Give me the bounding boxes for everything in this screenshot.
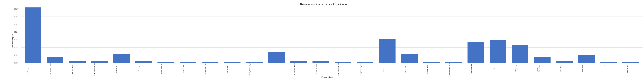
- bar: [91, 61, 108, 63]
- bar: [224, 62, 240, 63]
- bar-x-label: fractal_dimension_worst: [328, 63, 350, 75]
- y-tick-label: 0.0125: [14, 24, 18, 25]
- bar: [379, 39, 396, 63]
- bar-group: [509, 8, 531, 63]
- bar-group: [398, 8, 420, 63]
- bar-x-label: texture_worst: [261, 63, 283, 75]
- bar-group: [66, 8, 88, 63]
- bar-x-label: compactness_mean: [438, 63, 461, 75]
- bar-group: [243, 8, 266, 63]
- y-tick-label: 0.0075: [14, 39, 18, 41]
- bar-x-label: concave points_se: [194, 63, 216, 75]
- bar-x-label: concave points_worst: [505, 63, 527, 75]
- y-tick-label: 0.0175: [14, 8, 18, 10]
- bar-x-label: area_se: [372, 63, 394, 75]
- bar-group: [88, 8, 110, 63]
- bar-group: [354, 8, 376, 63]
- bar: [47, 57, 64, 63]
- bar: [25, 8, 41, 63]
- bar: [556, 61, 572, 63]
- bar-group: [155, 8, 177, 63]
- y-tick-label: 0.0050: [14, 47, 18, 48]
- bar-group: [133, 8, 155, 63]
- bar: [468, 42, 484, 63]
- bar: [158, 62, 174, 63]
- bar-x-label: concavity_mean: [483, 63, 505, 75]
- bar-x-label: symmetry_se: [216, 63, 238, 75]
- bar-x-label: fractal_dimension_mean: [83, 63, 106, 75]
- bar: [600, 62, 617, 63]
- bar-x-label: radius_mean: [616, 63, 638, 75]
- y-tick-label: 0.0150: [14, 16, 18, 18]
- bar-x-label: area_mean: [394, 63, 416, 75]
- bars-wrapper: [21, 8, 642, 63]
- chart-area: 0.00000.00250.00500.00750.01000.01250.01…: [21, 8, 642, 63]
- bar: [445, 62, 462, 63]
- bar: [246, 62, 262, 63]
- bar-x-label: radius_worst: [594, 63, 616, 75]
- bar-x-label: concavity_se: [172, 63, 194, 75]
- bar: [534, 57, 550, 63]
- bar-group: [288, 8, 310, 63]
- bar-x-label: texture_se: [106, 63, 128, 75]
- bar-x-label: symmetry_worst: [305, 63, 328, 75]
- bar-x-label: concavity_worst: [460, 63, 483, 75]
- bar: [578, 55, 595, 63]
- bar-group: [465, 8, 487, 63]
- bar-group: [575, 8, 598, 63]
- bar-group: [620, 8, 642, 63]
- chart-title: Features and their accuracy impact in %: [9, 3, 638, 6]
- bar-group: [110, 8, 133, 63]
- bar: [69, 61, 86, 63]
- bar: [136, 61, 152, 63]
- bar-group: [376, 8, 398, 63]
- bar: [113, 54, 130, 63]
- chart-container: Features and their accuracy impact in % …: [0, 0, 644, 80]
- bar-x-label: smoothness_worst: [283, 63, 305, 75]
- x-axis-label: Feature Name: [321, 76, 334, 78]
- y-tick-label: 0.0025: [14, 54, 18, 56]
- bar-x-label: smoothness_mean: [39, 63, 61, 75]
- bar-group: [531, 8, 553, 63]
- bar-x-label: perimeter_se: [572, 63, 594, 75]
- bar-group: [266, 8, 288, 63]
- bar-group: [487, 8, 509, 63]
- bar-group: [221, 8, 244, 63]
- bar-group: [442, 8, 465, 63]
- bar-group: [310, 8, 332, 63]
- bar-group: [598, 8, 620, 63]
- y-axis-label: Accuracy impact: [12, 34, 14, 48]
- bar-x-label: radius_se: [549, 63, 572, 75]
- bar-x-label: compactness_worst: [350, 63, 372, 75]
- bar: [312, 61, 329, 63]
- bar-x-label: perimeter_mean: [416, 63, 438, 75]
- bar: [423, 62, 440, 63]
- bar: [401, 54, 418, 63]
- bar: [490, 40, 506, 63]
- bar-group: [420, 8, 443, 63]
- bar: [180, 62, 196, 63]
- bar: [512, 45, 528, 63]
- bar-x-label: symmetry_mean: [61, 63, 83, 75]
- y-tick-label: 0.0100: [14, 31, 18, 33]
- bar-group: [553, 8, 576, 63]
- bar-x-label: concave points_mean: [527, 63, 549, 75]
- bar: [335, 62, 351, 63]
- bar-x-label: fractal_dimension_se: [238, 63, 261, 75]
- bar: [622, 62, 639, 63]
- bar-x-label: texture_mean: [17, 63, 39, 75]
- bar: [357, 62, 373, 63]
- bar-group: [22, 8, 44, 63]
- bar: [268, 52, 285, 63]
- bar: [290, 61, 307, 63]
- bar: [202, 62, 218, 63]
- bar-x-label: smoothness_se: [128, 63, 150, 75]
- bar-group: [177, 8, 199, 63]
- bar-x-label: compactness_se: [150, 63, 172, 75]
- bar-group: [44, 8, 66, 63]
- bar-group: [332, 8, 354, 63]
- bar-group: [199, 8, 221, 63]
